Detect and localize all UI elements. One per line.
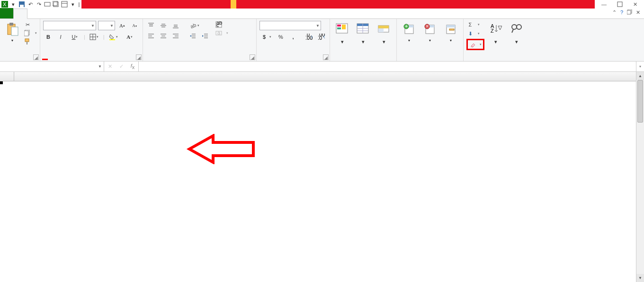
svg-rect-7: [62, 1, 67, 7]
svg-point-85: [512, 25, 517, 29]
window-close-icon[interactable]: ✕: [636, 9, 640, 16]
qat-icon[interactable]: [52, 0, 60, 8]
cut-button[interactable]: ✂: [24, 21, 37, 28]
group-font: ▼ ▼ A▴ A▾ B I U▾ | ▾ | ▾ A▾ ◢: [40, 19, 143, 61]
autosum-icon: Σ: [466, 21, 474, 28]
paste-button[interactable]: ▼: [3, 21, 22, 44]
format-painter-icon: [24, 38, 31, 45]
underline-button[interactable]: U▾: [68, 32, 82, 42]
redo-icon[interactable]: ↷: [35, 0, 43, 8]
tab-review[interactable]: [80, 8, 94, 18]
percent-button[interactable]: %: [276, 32, 286, 42]
cancel-formula-icon[interactable]: ✕: [104, 63, 116, 70]
bold-button[interactable]: B: [43, 32, 54, 42]
name-box-dropdown-icon[interactable]: ▼: [96, 64, 104, 69]
decrease-indent-button[interactable]: [188, 31, 198, 41]
borders-button[interactable]: ▾: [87, 32, 101, 42]
align-top-button[interactable]: [146, 21, 156, 30]
delete-cells-icon: ×: [422, 22, 438, 37]
font-color-button[interactable]: A▾: [123, 32, 137, 42]
align-middle-button[interactable]: [158, 21, 169, 30]
align-left-button[interactable]: [146, 31, 156, 41]
title-bar: X ▾ ↶ ↷ ▾ | — ✕: [0, 0, 644, 9]
svg-rect-3: [20, 5, 24, 7]
orientation-button[interactable]: ab▾: [188, 21, 202, 30]
column-headers[interactable]: [0, 72, 644, 81]
merge-center-button: a ▾: [215, 29, 228, 37]
scroll-thumb[interactable]: [637, 80, 643, 123]
italic-button[interactable]: I: [55, 32, 66, 42]
clipboard-launcher-icon[interactable]: ◢: [33, 54, 39, 60]
clear-button[interactable]: ▾: [466, 39, 484, 50]
title-red-left: [81, 0, 231, 9]
help-icon[interactable]: ?: [620, 9, 623, 16]
qat-icon[interactable]: [61, 0, 68, 8]
svg-rect-80: [447, 25, 455, 27]
cell-styles-button[interactable]: ▾: [375, 21, 394, 45]
copy-button[interactable]: ▾: [24, 29, 37, 37]
selection-handle[interactable]: [0, 81, 3, 84]
enter-formula-icon[interactable]: ✓: [116, 63, 127, 70]
group-styles: ▾ ▾ ▾: [330, 19, 397, 61]
svg-line-88: [512, 29, 513, 33]
grow-font-button[interactable]: A▴: [117, 21, 127, 30]
group-alignment: ab▾ abc a ▾ ◢: [143, 19, 257, 61]
decrease-decimal-button[interactable]: .00.0: [316, 32, 327, 42]
minimize-icon[interactable]: —: [601, 1, 607, 7]
shrink-font-button[interactable]: A▾: [129, 21, 140, 30]
qat-dropdown-icon[interactable]: ▾: [69, 0, 77, 8]
save-icon[interactable]: [18, 0, 26, 8]
number-launcher-icon[interactable]: ◢: [323, 54, 329, 60]
align-bottom-button[interactable]: [170, 21, 181, 30]
maximize-icon[interactable]: [617, 1, 623, 7]
font-size-combo[interactable]: ▼: [98, 21, 115, 30]
vertical-scrollbar[interactable]: ▲ ▼: [636, 72, 644, 282]
format-as-table-button[interactable]: ▾: [354, 21, 373, 45]
tab-file[interactable]: [0, 8, 13, 18]
format-painter-button[interactable]: [24, 38, 37, 45]
sort-filter-button[interactable]: AZ ▾: [486, 21, 505, 45]
fill-button[interactable]: ⬇ ▾: [466, 30, 484, 37]
comma-button[interactable]: ,: [288, 32, 298, 42]
tab-formulas[interactable]: [54, 8, 67, 18]
undo-icon[interactable]: ↶: [27, 0, 34, 8]
scroll-down-icon[interactable]: ▼: [636, 274, 644, 282]
worksheet-grid[interactable]: ▲ ▼: [0, 72, 644, 282]
format-cells-button[interactable]: ▼: [441, 21, 460, 44]
name-box-input[interactable]: [0, 63, 96, 70]
fx-icon[interactable]: fx: [127, 63, 138, 70]
autosum-button[interactable]: Σ ▾: [466, 21, 484, 28]
formula-expand-icon[interactable]: ▾: [636, 62, 644, 71]
font-launcher-icon[interactable]: ◢: [136, 54, 142, 60]
group-label-editing: [466, 60, 526, 60]
select-all-corner[interactable]: [0, 72, 14, 81]
close-icon[interactable]: ✕: [633, 1, 637, 8]
conditional-formatting-button[interactable]: ▾: [333, 21, 352, 45]
qat-dropdown-icon[interactable]: ▾: [9, 0, 17, 8]
accounting-format-button[interactable]: $▾: [259, 32, 274, 42]
tab-home[interactable]: [13, 9, 27, 19]
name-box[interactable]: ▼: [0, 62, 104, 71]
tab-view[interactable]: [94, 8, 107, 18]
qat-icon[interactable]: [44, 0, 51, 8]
minimize-ribbon-icon[interactable]: ⌃: [612, 9, 617, 16]
increase-decimal-button[interactable]: .0.00: [304, 32, 314, 42]
tab-design[interactable]: [124, 8, 137, 18]
delete-cells-button[interactable]: ×▼: [420, 21, 439, 44]
fill-color-button[interactable]: ▾: [107, 32, 121, 42]
scroll-up-icon[interactable]: ▲: [636, 72, 644, 80]
tab-insert[interactable]: [27, 8, 41, 18]
insert-cells-button[interactable]: +▼: [400, 21, 419, 44]
window-restore-icon[interactable]: [627, 9, 632, 16]
align-right-button[interactable]: [170, 31, 181, 41]
wrap-text-button[interactable]: abc: [215, 21, 228, 28]
tab-data[interactable]: [67, 8, 80, 18]
number-format-combo[interactable]: ▼: [259, 21, 321, 30]
find-select-button[interactable]: ▾: [507, 21, 526, 45]
formula-input[interactable]: [139, 62, 636, 71]
align-center-button[interactable]: [158, 31, 169, 41]
tab-page-layout[interactable]: [41, 8, 54, 18]
increase-indent-button[interactable]: [200, 31, 210, 41]
font-name-combo[interactable]: ▼: [43, 21, 96, 30]
alignment-launcher-icon[interactable]: ◢: [250, 54, 255, 60]
